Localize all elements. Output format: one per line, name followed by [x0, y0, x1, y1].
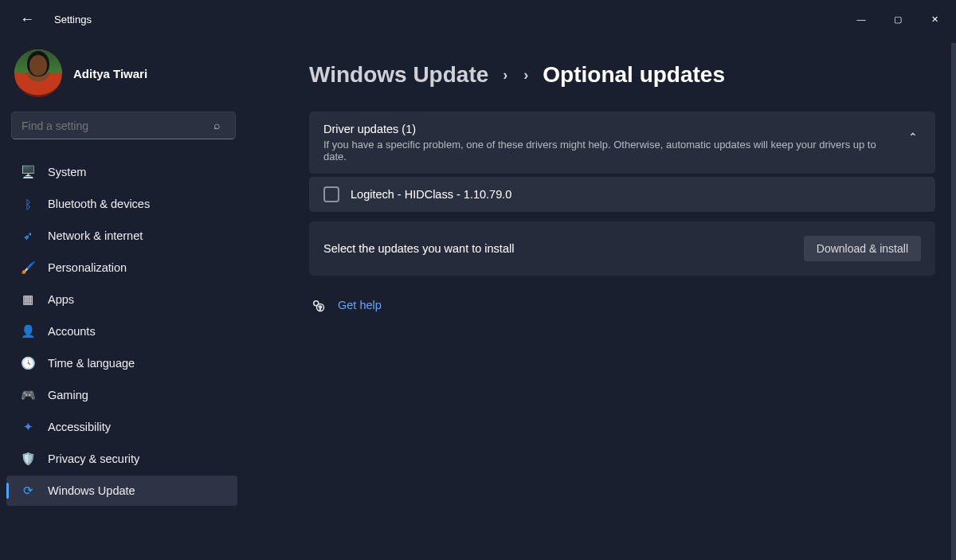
driver-updates-title: Driver updates (1) [323, 123, 897, 135]
chevron-right-icon: › [522, 67, 530, 84]
main-content: Windows Update › › Optional updates Driv… [247, 38, 956, 560]
sidebar-item-network[interactable]: ➶Network & internet [6, 221, 237, 251]
minimize-button[interactable]: — [843, 2, 880, 36]
bluetooth-icon: ᛒ [21, 197, 35, 211]
minimize-icon: — [857, 14, 866, 24]
chevron-up-icon: ⌃ [908, 123, 921, 143]
scrollbar[interactable] [951, 43, 956, 560]
back-button[interactable]: ← [14, 6, 40, 32]
sidebar-item-gaming[interactable]: 🎮Gaming [6, 380, 237, 410]
sidebar-item-time[interactable]: 🕓Time & language [6, 348, 237, 378]
download-install-button[interactable]: Download & install [804, 236, 921, 261]
action-bar: Select the updates you want to install D… [309, 221, 935, 276]
arrow-left-icon: ← [20, 11, 34, 28]
driver-update-row[interactable]: Logitech - HIDClass - 1.10.79.0 [309, 177, 935, 212]
sidebar-item-apps[interactable]: ▦Apps [6, 284, 237, 315]
sidebar-item-personalize[interactable]: 🖌️Personalization [6, 253, 237, 283]
sidebar-item-label: Time & language [48, 357, 135, 370]
help-icon: ? [311, 298, 325, 312]
window-controls: — ▢ ✕ [843, 2, 956, 36]
nav-list: 🖥️SystemᛒBluetooth & devices➶Network & i… [0, 157, 247, 506]
privacy-icon: 🛡️ [21, 452, 35, 466]
sidebar-item-system[interactable]: 🖥️System [6, 157, 237, 187]
sidebar-item-label: Accounts [48, 325, 96, 338]
sidebar-item-update[interactable]: ⟳Windows Update [6, 476, 237, 506]
help-row: ? Get help [309, 298, 935, 312]
sidebar-item-label: Gaming [48, 389, 88, 401]
sidebar-item-accounts[interactable]: 👤Accounts [6, 316, 237, 347]
gaming-icon: 🎮 [21, 388, 35, 402]
sidebar-item-label: Apps [48, 293, 74, 306]
driver-checkbox[interactable] [323, 186, 339, 202]
maximize-icon: ▢ [894, 14, 902, 25]
time-icon: 🕓 [21, 356, 35, 370]
accessibility-icon: ✦ [21, 420, 35, 434]
driver-updates-header[interactable]: Driver updates (1) If you have a specifi… [309, 112, 935, 174]
user-block[interactable]: Aditya Tiwari [0, 49, 247, 112]
titlebar: ← Settings — ▢ ✕ [0, 0, 956, 38]
sidebar-item-privacy[interactable]: 🛡️Privacy & security [6, 444, 237, 474]
search-input[interactable] [11, 112, 236, 139]
driver-label: Logitech - HIDClass - 1.10.79.0 [351, 188, 511, 201]
close-button[interactable]: ✕ [916, 2, 953, 36]
sidebar-item-accessibility[interactable]: ✦Accessibility [6, 412, 237, 442]
sidebar-item-label: System [48, 166, 86, 178]
chevron-right-icon: › [501, 67, 509, 84]
driver-updates-card: Driver updates (1) If you have a specifi… [309, 112, 935, 174]
get-help-link[interactable]: Get help [338, 299, 382, 311]
sidebar: Aditya Tiwari ⌕ 🖥️SystemᛒBluetooth & dev… [0, 38, 247, 560]
update-icon: ⟳ [21, 484, 35, 498]
breadcrumb: Windows Update › › Optional updates [309, 62, 935, 88]
sidebar-item-bluetooth[interactable]: ᛒBluetooth & devices [6, 189, 237, 219]
personalize-icon: 🖌️ [21, 260, 35, 275]
sidebar-item-label: Network & internet [48, 229, 143, 242]
maximize-button[interactable]: ▢ [880, 2, 916, 36]
accounts-icon: 👤 [21, 324, 35, 339]
svg-text:?: ? [319, 305, 322, 311]
close-icon: ✕ [931, 14, 938, 25]
sidebar-item-label: Windows Update [48, 484, 135, 497]
system-icon: 🖥️ [21, 165, 35, 179]
network-icon: ➶ [21, 229, 35, 243]
breadcrumb-current: Optional updates [543, 62, 725, 88]
app-title: Settings [54, 14, 92, 25]
user-name: Aditya Tiwari [73, 67, 147, 80]
sidebar-item-label: Privacy & security [48, 452, 139, 465]
driver-updates-subtitle: If you have a specific problem, one of t… [323, 139, 897, 163]
apps-icon: ▦ [21, 292, 35, 307]
breadcrumb-parent[interactable]: Windows Update [309, 62, 488, 88]
sidebar-item-label: Personalization [48, 261, 127, 274]
sidebar-item-label: Accessibility [48, 421, 111, 433]
sidebar-item-label: Bluetooth & devices [48, 198, 150, 210]
action-text: Select the updates you want to install [323, 242, 804, 255]
avatar [14, 49, 62, 97]
